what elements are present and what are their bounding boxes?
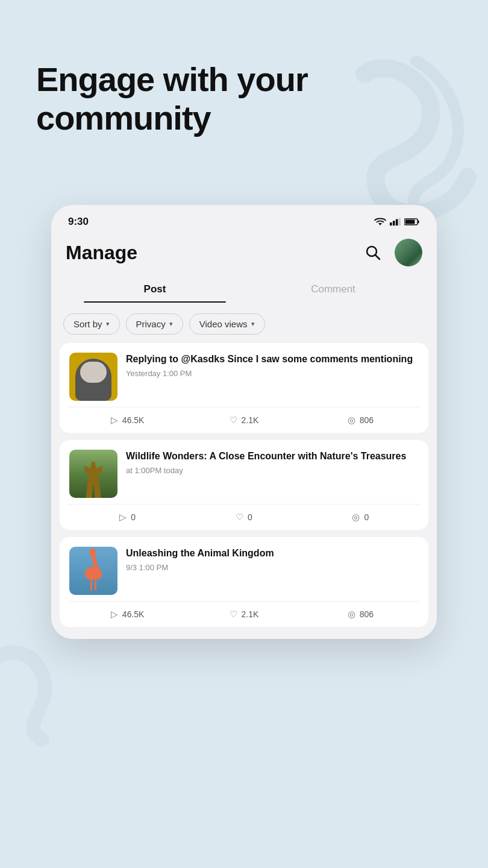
views-count: 46.5K — [122, 415, 145, 425]
posts-list: Replying to @Kasdks Since I saw some com… — [51, 343, 437, 639]
tab-post[interactable]: Post — [66, 276, 244, 303]
heart-icon: ♡ — [230, 415, 237, 426]
svg-rect-2 — [393, 221, 395, 225]
comment-icon: ◎ — [352, 512, 360, 523]
svg-rect-7 — [405, 220, 415, 224]
stat-views: ▷ 46.5K — [69, 609, 186, 620]
page-title: Manage — [66, 242, 137, 264]
svg-rect-6 — [418, 221, 419, 224]
svg-point-8 — [367, 247, 377, 256]
filters-bar: Sort by ▾ Privacy ▾ Video views ▾ — [51, 303, 437, 343]
stat-comments: ◎ 0 — [302, 512, 419, 523]
stat-comments: ◎ 806 — [302, 415, 419, 426]
battery-icon — [404, 218, 420, 226]
views-count: 0 — [131, 512, 136, 522]
svg-rect-1 — [390, 222, 392, 225]
post-title: Unleashing the Animal Kingdom — [126, 547, 419, 560]
stat-likes: ♡ 2.1K — [186, 609, 302, 620]
post-header: Unleashing the Animal Kingdom 9/3 1:00 P… — [60, 537, 428, 601]
headline: Engage with your community — [36, 60, 308, 138]
deer-image — [78, 462, 108, 498]
svg-line-9 — [376, 256, 380, 260]
post-header: Replying to @Kasdks Since I saw some com… — [60, 343, 428, 407]
comments-count: 806 — [360, 415, 374, 425]
post-title: Replying to @Kasdks Since I saw some com… — [126, 353, 419, 366]
play-icon: ▷ — [111, 609, 118, 620]
svg-rect-3 — [396, 219, 398, 226]
views-count: 46.5K — [122, 609, 145, 619]
flamingo-head — [89, 549, 96, 555]
post-stats: ▷ 46.5K ♡ 2.1K ◎ 806 — [60, 407, 428, 433]
post-time: Yesterday 1:00 PM — [126, 369, 419, 378]
chevron-down-icon: ▾ — [169, 320, 173, 328]
phone-card: 9:30 Manage — [51, 205, 437, 639]
flamingo-image — [77, 552, 110, 591]
post-card[interactable]: Wildlife Wonders: A Close Encounter with… — [60, 440, 428, 530]
status-time: 9:30 — [68, 216, 89, 228]
post-stats: ▷ 0 ♡ 0 ◎ 0 — [60, 505, 428, 530]
tabs-bar: Post Comment — [51, 276, 437, 303]
post-stats: ▷ 46.5K ♡ 2.1K ◎ 806 — [60, 602, 428, 627]
stat-likes: ♡ 2.1K — [186, 415, 302, 426]
svg-rect-4 — [399, 218, 401, 226]
filter-sort-by[interactable]: Sort by ▾ — [63, 313, 120, 335]
stat-likes: ♡ 0 — [186, 512, 302, 523]
comments-count: 0 — [364, 512, 369, 522]
post-info: Wildlife Wonders: A Close Encounter with… — [126, 450, 419, 475]
post-header: Wildlife Wonders: A Close Encounter with… — [60, 440, 428, 504]
comment-icon: ◎ — [348, 609, 355, 620]
headline-line1: Engage with your — [36, 60, 308, 98]
post-time: 9/3 1:00 PM — [126, 563, 419, 572]
post-thumbnail — [69, 547, 117, 595]
play-icon: ▷ — [119, 512, 127, 523]
search-icon — [364, 244, 381, 261]
filter-video-views[interactable]: Video views ▾ — [189, 313, 265, 335]
heart-icon: ♡ — [236, 512, 243, 523]
stat-views: ▷ 46.5K — [69, 415, 186, 426]
post-thumbnail — [69, 353, 117, 401]
play-icon: ▷ — [111, 415, 118, 426]
flamingo-body — [85, 567, 102, 580]
wifi-icon — [374, 218, 386, 226]
post-info: Unleashing the Animal Kingdom 9/3 1:00 P… — [126, 547, 419, 572]
post-card[interactable]: Replying to @Kasdks Since I saw some com… — [60, 343, 428, 433]
stat-comments: ◎ 806 — [302, 609, 419, 620]
header-icons — [360, 239, 422, 266]
chevron-down-icon: ▾ — [106, 320, 110, 328]
flamingo-leg — [90, 580, 92, 591]
headline-line2: community — [36, 99, 211, 137]
stat-views: ▷ 0 — [69, 512, 186, 523]
likes-count: 2.1K — [242, 609, 259, 619]
filter-privacy[interactable]: Privacy ▾ — [126, 313, 183, 335]
post-info: Replying to @Kasdks Since I saw some com… — [126, 353, 419, 378]
post-image-figure — [75, 359, 111, 401]
post-title: Wildlife Wonders: A Close Encounter with… — [126, 450, 419, 463]
comments-count: 806 — [360, 609, 374, 619]
avatar — [395, 239, 422, 266]
tab-comment[interactable]: Comment — [244, 276, 422, 303]
flamingo-leg — [95, 580, 96, 591]
likes-count: 2.1K — [242, 415, 259, 425]
post-time: at 1:00PM today — [126, 466, 419, 475]
status-bar: 9:30 — [51, 205, 437, 233]
chevron-down-icon: ▾ — [251, 320, 255, 328]
search-button[interactable] — [360, 239, 386, 266]
svg-marker-0 — [378, 223, 382, 225]
app-header: Manage — [51, 233, 437, 276]
signal-icon — [390, 218, 401, 226]
likes-count: 0 — [248, 512, 252, 522]
avatar-button[interactable] — [395, 239, 422, 266]
post-card[interactable]: Unleashing the Animal Kingdom 9/3 1:00 P… — [60, 537, 428, 627]
flamingo-legs — [90, 580, 96, 591]
heart-icon: ♡ — [230, 609, 237, 620]
post-thumbnail — [69, 450, 117, 498]
status-icons — [374, 218, 420, 226]
comment-icon: ◎ — [348, 415, 355, 426]
